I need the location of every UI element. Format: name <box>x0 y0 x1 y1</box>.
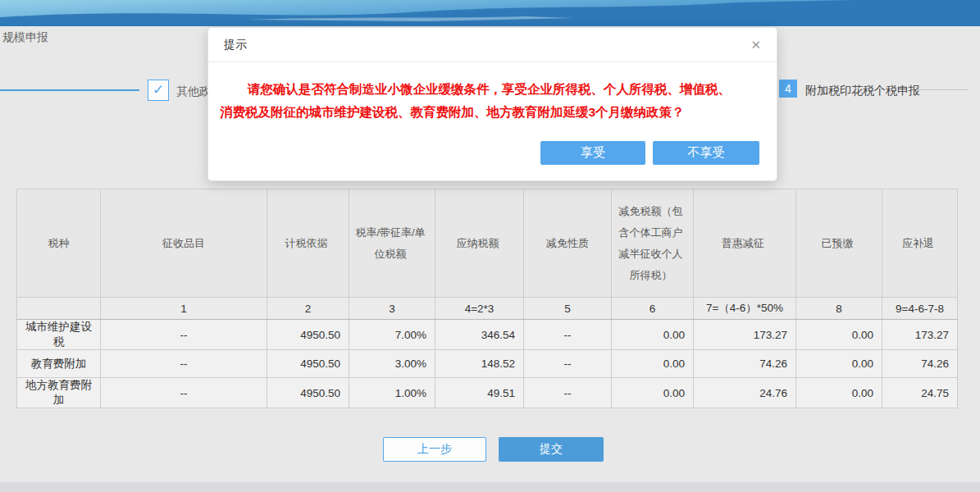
table-cell: 173.27 <box>694 320 796 350</box>
table-cell: -- <box>101 378 267 408</box>
table-cell: 74.26 <box>694 350 796 378</box>
table-index-cell: 3 <box>349 298 435 320</box>
table-row: 1234=2*3567=（4-6）*50%89=4-6-7-8 <box>17 298 958 320</box>
table-index-cell: 7=（4-6）*50% <box>694 298 796 320</box>
table-row: 地方教育费附加--4950.501.00%49.51--0.0024.760.0… <box>17 378 958 408</box>
table-row: 税种征收品目计税依据税率/带征率/单位税额应纳税额减免性质减免税额（包含个体工商… <box>17 189 958 298</box>
table-cell: 4950.50 <box>267 320 349 350</box>
table-cell: 346.54 <box>435 320 524 350</box>
table-cell: 0.00 <box>612 320 694 350</box>
table-cell: -- <box>524 320 612 350</box>
step-progress-line-right <box>917 89 968 90</box>
table-header-cell: 征收品目 <box>101 189 267 298</box>
table-header-cell: 已预缴 <box>796 189 882 298</box>
table-cell: 173.27 <box>882 320 958 350</box>
warning-line-2: 消费税及附征的城市维护建设税、教育费附加、地方教育附加延缓3个月缴纳政策？ <box>220 101 765 124</box>
decline-policy-button[interactable]: 不享受 <box>653 141 759 165</box>
table-header-cell: 普惠减征 <box>694 189 796 298</box>
table-cell: 24.75 <box>882 378 958 408</box>
mountain-graphic <box>0 0 980 26</box>
table-cell: 7.00% <box>349 320 435 350</box>
surcharge-tax-table: 税种征收品目计税依据税率/带征率/单位税额应纳税额减免性质减免税额（包含个体工商… <box>16 189 958 408</box>
table-index-cell: 4=2*3 <box>435 298 524 320</box>
table-cell: 城市维护建设税 <box>17 320 101 350</box>
table-index-cell: 1 <box>101 298 267 320</box>
table-header-cell: 税种 <box>17 189 101 298</box>
table-cell: 148.52 <box>435 350 524 378</box>
table-index-cell: 2 <box>267 298 349 320</box>
accept-policy-button[interactable]: 享受 <box>540 141 645 165</box>
table-header-cell: 应纳税额 <box>435 189 524 298</box>
table-cell: 0.00 <box>796 378 882 408</box>
dialog-title: 提示 <box>224 38 247 52</box>
table-cell: 24.76 <box>694 378 796 408</box>
table-cell: 0.00 <box>796 350 882 378</box>
table-index-cell: 8 <box>796 298 882 320</box>
dialog-warning-message: 请您确认是否符合制造业小微企业缓缴条件，享受企业所得税、个人所得税、增值税、 消… <box>220 78 765 124</box>
step-4-badge: 4 <box>779 80 797 98</box>
table-header-cell: 减免性质 <box>524 189 612 298</box>
table-cell: 4950.50 <box>267 378 349 408</box>
table-cell: -- <box>524 350 612 378</box>
table-cell: 4950.50 <box>267 350 349 378</box>
table-row: 城市维护建设税--4950.507.00%346.54--0.00173.270… <box>17 320 958 350</box>
table-index-cell: 9=4-6-7-8 <box>882 298 958 320</box>
checkmark-icon: ✓ <box>153 83 164 97</box>
table-cell: 49.51 <box>435 378 524 408</box>
step-4-label: 附加税印花税个税申报 <box>805 84 920 98</box>
table-header-cell: 税率/带征率/单位税额 <box>349 189 435 298</box>
close-icon[interactable]: ✕ <box>750 39 761 51</box>
table-cell: 1.00% <box>349 378 435 408</box>
dialog-header: 提示 ✕ <box>208 28 777 62</box>
table-header-cell: 应补退 <box>882 189 958 298</box>
table-cell: 0.00 <box>796 320 882 350</box>
confirm-dialog: 提示 ✕ 请您确认是否符合制造业小微企业缓缴条件，享受企业所得税、个人所得税、增… <box>207 27 777 181</box>
table-index-cell: 5 <box>524 298 612 320</box>
table-index-cell <box>17 298 101 320</box>
table-cell: 地方教育费附加 <box>17 378 101 408</box>
table-cell: 0.00 <box>612 350 694 378</box>
other-policy-checkbox[interactable]: ✓ <box>148 80 169 101</box>
table-header-cell: 减免税额（包含个体工商户减半征收个人所得税） <box>612 189 694 298</box>
step-progress-line <box>0 89 139 91</box>
table-index-cell: 6 <box>612 298 694 320</box>
table-header-cell: 计税依据 <box>267 189 349 298</box>
bottom-strip <box>0 482 980 492</box>
table-cell: 3.00% <box>349 350 435 378</box>
table-cell: 教育费附加 <box>17 350 101 378</box>
banner-image <box>0 0 980 26</box>
table-cell: 74.26 <box>882 350 958 378</box>
table-cell: -- <box>101 350 267 378</box>
submit-button[interactable]: 提交 <box>499 437 604 462</box>
page-title: 规模申报 <box>2 30 48 45</box>
table-cell: -- <box>524 378 612 408</box>
other-policy-label: 其他政 <box>176 84 211 99</box>
dialog-footer: 享受 不享受 <box>208 141 759 165</box>
table-cell: 0.00 <box>612 378 694 408</box>
previous-step-button[interactable]: 上一步 <box>383 437 486 462</box>
table-cell: -- <box>101 320 267 350</box>
warning-line-1: 请您确认是否符合制造业小微企业缓缴条件，享受企业所得税、个人所得税、增值税、 <box>220 78 765 101</box>
table-row: 教育费附加--4950.503.00%148.52--0.0074.260.00… <box>17 350 958 378</box>
